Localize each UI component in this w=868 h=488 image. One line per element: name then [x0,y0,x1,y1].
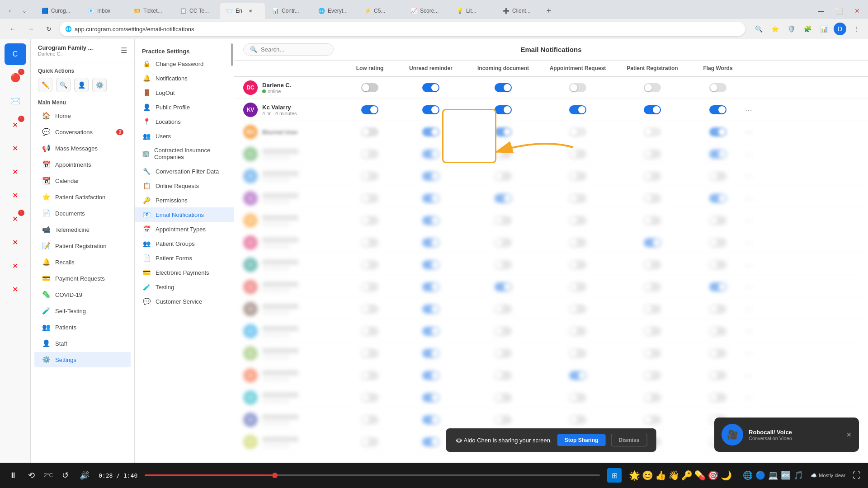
settings-public-profile[interactable]: 👤 Public Profile [135,100,234,114]
windows-start-icon[interactable]: ⊞ [607,468,622,483]
settings-appt-types[interactable]: 📅 Appointment Types [135,222,234,236]
tab-list-button[interactable]: ⌄ [18,5,31,17]
rail-icon-alerts2[interactable]: ✕ [5,137,26,159]
more-options-icon[interactable]: ⋮ [850,23,863,35]
settings-conv-filter[interactable]: 🔧 Conversation Filter Data [135,164,234,178]
tab-lit[interactable]: 💡 Lit... [450,3,495,19]
toggle-kc-unread[interactable] [422,105,439,114]
tab-client[interactable]: ➕ Client... [496,3,542,19]
nav-staff[interactable]: 👤 Staff [34,336,131,351]
emoji-moon[interactable]: 🌙 [721,470,732,481]
menu-toggle-btn[interactable]: ☰ [121,46,127,55]
search-input[interactable] [261,46,327,53]
toggle-darlene-patient-reg[interactable] [644,83,661,92]
shield-icon[interactable]: 🛡️ [785,23,797,35]
rail-icon-alerts4[interactable]: ✕ [5,184,26,206]
close-window-button[interactable]: ✕ [850,4,864,18]
sidebar-toggle-icon[interactable]: 📊 [817,23,830,35]
more-actions-kc[interactable]: ⋯ [745,106,763,114]
rail-icon-notifications[interactable]: 🔴 1 [5,67,26,89]
fullscreen-button[interactable]: ⛶ [853,471,861,480]
address-bar[interactable]: 🌐 app.curogram.com/settings/email-notifi… [60,22,745,36]
qa-settings-btn[interactable]: ⚙️ [92,78,107,92]
nav-home[interactable]: 🏠 Home [34,108,131,123]
toggle-kc-patient-reg[interactable] [644,105,661,114]
settings-electronic-payments[interactable]: 💳 Electronic Payments [135,265,234,280]
rail-icon-alerts1[interactable]: ✕ 1 [5,114,26,136]
tab-inbox[interactable]: 📧 Inbox [81,3,127,19]
stop-sharing-button[interactable]: Stop Sharing [557,434,606,446]
rail-icon-alerts7[interactable]: ✕ [5,255,26,277]
emoji-smile[interactable]: 😊 [642,470,653,481]
toggle-darlene-low-rating[interactable] [361,83,378,92]
back-button[interactable]: ‹ [4,5,16,17]
settings-testing[interactable]: 🧪 Testing [135,280,234,294]
maximize-button[interactable]: ⬜ [832,4,846,18]
rail-icon-alerts5[interactable]: ✕ 1 [5,208,26,230]
tab-close-btn[interactable]: ✕ [247,7,254,14]
system-icon-2[interactable]: 🔵 [755,470,765,480]
nav-recalls[interactable]: 🔔 Recalls [34,254,131,270]
toggle-kc-flag[interactable] [709,105,726,114]
settings-patient-groups[interactable]: 👥 Patient Groups [135,236,234,251]
emoji-key[interactable]: 🔑 [681,470,693,481]
rewind-button[interactable]: ⟲ [26,469,37,482]
emoji-pill[interactable]: 💊 [694,470,706,481]
search-icon[interactable]: 🔍 [752,23,765,35]
qa-compose-btn[interactable]: ✏️ [38,78,52,92]
system-icon-5[interactable]: 🎵 [793,470,803,480]
nav-telemedicine[interactable]: 📹 Telemedicine [34,222,131,237]
nav-appointments[interactable]: 📅 Appointments [34,157,131,172]
emoji-thumbs[interactable]: 👍 [655,470,666,481]
volume-button[interactable]: 🔊 [78,469,91,482]
emoji-wave[interactable]: 👋 [668,470,679,481]
tab-everything[interactable]: 🌐 Everyt... [312,3,357,19]
toggle-darlene-flag[interactable] [709,83,726,92]
search-container[interactable]: 🔍 [243,43,334,56]
settings-change-password[interactable]: 🔒 Change Password [135,56,234,71]
nav-payment-requests[interactable]: 💳 Payment Requests [34,271,131,286]
toggle-kc-low-rating[interactable] [361,105,378,114]
rail-icon-alerts8[interactable]: ✕ [5,278,26,300]
toggle-darlene-incoming[interactable] [495,83,512,92]
emoji-star[interactable]: 🌟 [629,470,640,481]
play-pause-button[interactable]: ⏸ [7,469,19,482]
rail-icon-alerts3[interactable]: ✕ [5,161,26,183]
tab-c5[interactable]: ⚡ C5... [358,3,403,19]
nav-calendar[interactable]: 📆 Calendar [34,173,131,188]
nav-self-testing[interactable]: 🧪 Self-Testing [34,303,131,319]
replay-button[interactable]: ↺ [60,469,71,482]
tab-tickets[interactable]: 🎫 Ticket... [127,3,173,19]
rail-icon-alerts6[interactable]: ✕ [5,231,26,253]
settings-insurance[interactable]: 🏢 Contracted Insurance Companies [135,143,234,164]
new-tab-button[interactable]: + [542,5,555,17]
browser-back-button[interactable]: ← [5,22,20,36]
qa-search-btn[interactable]: 🔍 [56,78,71,92]
browser-forward-button[interactable]: → [24,22,38,36]
profile-icon[interactable]: D [834,23,846,35]
rail-icon-app[interactable]: C [5,43,26,65]
toggle-kc-appt[interactable] [569,105,586,114]
system-icon-3[interactable]: 💻 [768,470,778,480]
tab-score[interactable]: 📈 Score... [404,3,449,19]
settings-customer-service[interactable]: 💬 Customer Service [135,294,234,309]
system-icon-1[interactable]: 🌐 [743,470,753,480]
browser-reload-button[interactable]: ↻ [42,22,56,36]
dismiss-button[interactable]: Dismiss [611,434,647,446]
settings-permissions[interactable]: 🔑 Permissions [135,193,234,207]
tab-cc[interactable]: 📋 CC Te... [174,3,219,19]
nav-settings[interactable]: ⚙️ Settings [34,352,131,367]
settings-logout[interactable]: 🚪 LogOut [135,85,234,100]
scrollbar-thumb[interactable] [231,43,233,66]
tab-active[interactable]: 📨 En ✕ [220,3,265,19]
rail-icon-messages[interactable]: ✉️ [5,90,26,112]
toggle-darlene-appt[interactable] [569,83,586,92]
nav-mass-messages[interactable]: 📢 Mass Messages [34,141,131,156]
nav-covid[interactable]: 🦠 COVID-19 [34,287,131,302]
popup-close-button[interactable]: ✕ [846,431,852,438]
toggle-darlene-unread[interactable] [422,83,439,92]
toggle-kc-incoming[interactable] [495,105,512,114]
tab-contracts[interactable]: 📊 Contr... [266,3,311,19]
nav-patient-registration[interactable]: 📝 Patient Registration [34,238,131,253]
progress-bar[interactable] [145,474,600,476]
